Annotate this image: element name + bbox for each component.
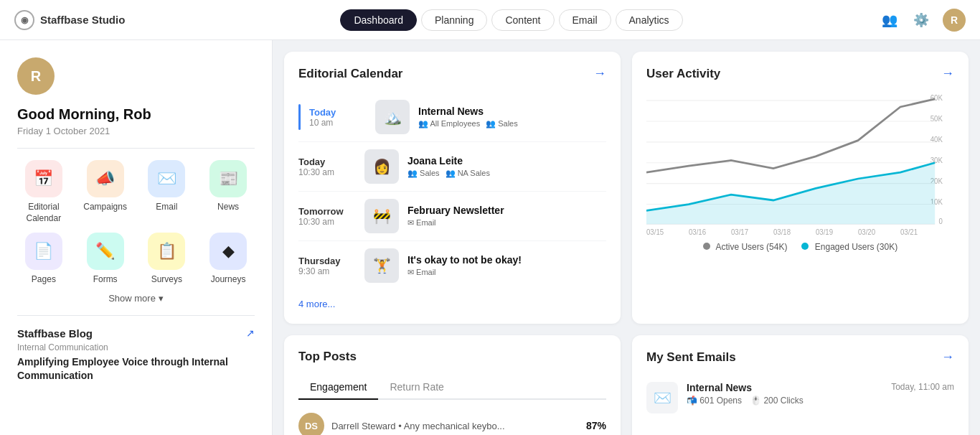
editorial-calendar-label: Editorial Calendar [17, 202, 70, 224]
blog-post-title: Amplifying Employee Voice through Intern… [17, 355, 255, 383]
settings-icon[interactable]: ⚙️ [911, 10, 931, 30]
editorial-calendar-arrow[interactable]: → [593, 66, 606, 81]
user-activity-arrow[interactable]: → [941, 66, 954, 81]
blog-section: Staffbase Blog ↗ Internal Communication … [17, 315, 255, 383]
cal-tag: 👥 NA Sales [446, 169, 490, 178]
svg-text:03/19: 03/19 [816, 228, 833, 236]
cal-tag: ✉ Email [407, 218, 436, 228]
svg-text:03/17: 03/17 [731, 228, 748, 236]
editorial-calendar-card: Editorial Calendar → Today10 am🏔️Interna… [284, 52, 621, 324]
cal-tags-2: ✉ Email [407, 218, 606, 228]
app-grid: 📅Editorial Calendar📣Campaigns✉️Email📰New… [17, 160, 255, 286]
greeting-section: R [17, 57, 255, 95]
nav-btn-email[interactable]: Email [559, 9, 611, 31]
cal-img-2: 🚧 [364, 199, 399, 233]
app-item-forms[interactable]: ✏️Forms [79, 233, 132, 286]
pages-label: Pages [32, 274, 56, 286]
today-bar [298, 104, 301, 130]
topnav: ◉ Staffbase Studio DashboardPlanningCont… [0, 0, 980, 40]
email-item-0[interactable]: ✉️ Internal News 📬 601 Opens 🖱️ 200 Clic… [646, 376, 954, 419]
user-activity-card: User Activity → 60K 50K 40K 30K 20K 10K … [632, 52, 969, 324]
svg-text:03/16: 03/16 [689, 228, 707, 236]
surveys-icon: 📋 [148, 233, 185, 270]
pages-icon: 📄 [25, 233, 62, 270]
editorial-calendar-header: Editorial Calendar → [298, 66, 606, 81]
greeting-date: Friday 1 October 2021 [17, 126, 255, 136]
sidebar: R Good Morning, Rob Friday 1 October 202… [0, 40, 273, 435]
nav-btn-content[interactable]: Content [491, 9, 554, 31]
post-name-0: Darrell Steward • Any mechanical keybo..… [331, 421, 579, 431]
blog-external-link[interactable]: ↗ [246, 327, 255, 339]
app-item-editorial-calendar[interactable]: 📅Editorial Calendar [17, 160, 70, 224]
legend-active: Active Users (54K) [703, 242, 788, 252]
cal-name-0: Internal News [418, 106, 606, 117]
editorial-calendar-icon: 📅 [25, 160, 62, 197]
blog-category: Internal Communication [17, 342, 255, 352]
top-posts-card: Top Posts Engagement Return Rate DS Darr… [284, 335, 621, 435]
email-title-0: Internal News [687, 382, 882, 393]
legend-engaged: Engaged Users (30K) [801, 242, 897, 252]
cal-time-3: Thursday9:30 am [298, 256, 356, 276]
my-sent-emails-card: My Sent Emails → ✉️ Internal News 📬 601 … [632, 335, 969, 435]
nav-center: DashboardPlanningContentEmailAnalytics [143, 9, 880, 31]
user-activity-header: User Activity → [646, 66, 954, 81]
email-time-0: Today, 11:00 am [891, 382, 954, 392]
tab-return-rate[interactable]: Return Rate [378, 375, 455, 400]
cal-tags-3: ✉ Email [407, 268, 606, 277]
email-stats-0: 📬 601 Opens 🖱️ 200 Clicks [687, 396, 882, 406]
journeys-label: Journeys [211, 274, 246, 286]
greeting-text: Good Morning, Rob [17, 106, 255, 123]
cal-img-0: 🏔️ [375, 100, 410, 134]
tab-engagement[interactable]: Engagement [298, 375, 378, 400]
my-sent-emails-arrow[interactable]: → [941, 350, 954, 365]
app-item-pages[interactable]: 📄Pages [17, 233, 70, 286]
cal-time-1: Today10:30 am [298, 156, 356, 177]
more-link[interactable]: 4 more... [298, 299, 606, 309]
app-item-news[interactable]: 📰News [202, 160, 255, 224]
email-info-0: Internal News 📬 601 Opens 🖱️ 200 Clicks [687, 382, 882, 406]
cal-info-2: February Newsletter✉ Email [407, 205, 606, 228]
my-sent-emails-header: My Sent Emails → [646, 350, 954, 365]
logo: ◉ Staffbase Studio [14, 10, 143, 30]
top-posts-title: Top Posts [298, 350, 357, 364]
campaigns-label: Campaigns [83, 202, 127, 213]
my-sent-emails-title: My Sent Emails [646, 350, 736, 365]
user-avatar[interactable]: R [943, 9, 966, 32]
chevron-down-icon: ▾ [159, 293, 164, 304]
people-icon[interactable]: 👥 [880, 10, 900, 30]
editorial-calendar-title: Editorial Calendar [298, 67, 402, 81]
nav-btn-planning[interactable]: Planning [421, 9, 488, 31]
app-item-surveys[interactable]: 📋Surveys [141, 233, 194, 286]
user-activity-chart: 60K 50K 40K 30K 20K 10K 0 [646, 93, 954, 236]
content-area: Editorial Calendar → Today10 am🏔️Interna… [273, 40, 980, 435]
nav-btn-dashboard[interactable]: Dashboard [340, 9, 417, 31]
nav-btn-analytics[interactable]: Analytics [616, 9, 683, 31]
cal-item-2[interactable]: Tomorrow10:30 am🚧February Newsletter✉ Em… [298, 192, 606, 241]
chart-legend: Active Users (54K) Engaged Users (30K) [646, 242, 954, 252]
show-more-button[interactable]: Show more ▾ [17, 293, 255, 304]
app-item-campaigns[interactable]: 📣Campaigns [79, 160, 132, 224]
app-item-journeys[interactable]: ◆Journeys [202, 233, 255, 286]
cal-item-0[interactable]: Today10 am🏔️Internal News👥 All Employees… [298, 93, 606, 142]
app-item-email[interactable]: ✉️Email [141, 160, 194, 224]
post-pct-0: 87% [586, 420, 606, 431]
cal-tags-1: 👥 Sales👥 NA Sales [407, 169, 606, 178]
cal-name-1: Joana Leite [407, 155, 606, 167]
cal-item-3[interactable]: Thursday9:30 am🏋️It's okay to not be oka… [298, 241, 606, 290]
emails-container: ✉️ Internal News 📬 601 Opens 🖱️ 200 Clic… [646, 376, 954, 419]
post-item-0[interactable]: DS Darrell Steward • Any mechanical keyb… [298, 408, 606, 435]
logo-text: Staffbase Studio [40, 14, 125, 26]
svg-marker-14 [646, 163, 935, 225]
email-opens-0: 📬 601 Opens [687, 396, 742, 406]
cal-img-3: 🏋️ [364, 248, 399, 283]
calendar-items: Today10 am🏔️Internal News👥 All Employees… [298, 93, 606, 290]
top-posts-tabs: Engagement Return Rate [298, 375, 606, 400]
cal-tag: ✉ Email [407, 268, 436, 277]
forms-icon: ✏️ [87, 233, 124, 270]
cal-tag: 👥 All Employees [418, 119, 480, 128]
cal-tag: 👥 Sales [486, 119, 518, 128]
cal-img-1: 👩 [364, 149, 399, 184]
cal-item-1[interactable]: Today10:30 am👩Joana Leite👥 Sales👥 NA Sal… [298, 142, 606, 192]
logo-icon: ◉ [14, 10, 34, 30]
email-icon: ✉️ [148, 160, 185, 197]
